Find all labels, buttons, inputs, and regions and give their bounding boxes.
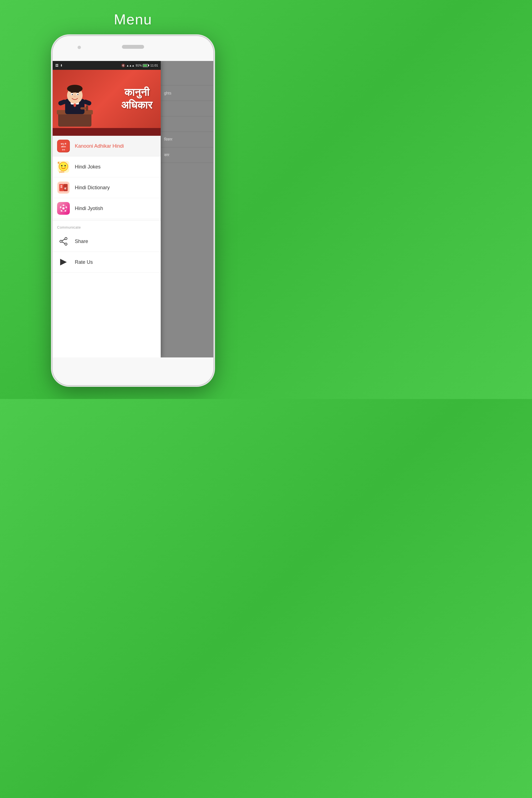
svg-text:अधिकार: अधिकार bbox=[61, 146, 66, 148]
status-right: 🔇 ▲▲▲ 91% 11:01 bbox=[121, 64, 158, 67]
rate-icon bbox=[57, 256, 70, 268]
action-item-rate[interactable]: Rate Us bbox=[53, 252, 161, 273]
page-title: Menu bbox=[114, 11, 152, 28]
phone-frame: ghts धिकार कार 🖼 ⬇ 🔇 ▲▲▲ bbox=[53, 36, 213, 385]
app-header: कानुनी अधिकार bbox=[53, 70, 161, 128]
rate-label: Rate Us bbox=[75, 259, 93, 265]
share-icon bbox=[57, 235, 70, 248]
mute-icon: 🔇 bbox=[121, 64, 125, 67]
svg-rect-34 bbox=[60, 186, 62, 187]
dict-app-icon: अ bbox=[57, 181, 70, 194]
kanooni-label: Kanooni Adhikar Hindi bbox=[75, 143, 124, 149]
main-content-bg: ghts धिकार कार bbox=[161, 61, 213, 358]
phone-speaker bbox=[122, 45, 144, 49]
menu-item-jyotish[interactable]: Hindi Jyotish bbox=[53, 198, 161, 219]
svg-text:हिन्दी: हिन्दी bbox=[62, 149, 65, 151]
svg-point-42 bbox=[65, 206, 67, 208]
svg-text:jokes: jokes bbox=[59, 171, 64, 173]
communicate-header: Communicate bbox=[53, 222, 161, 231]
menu-list: कानु नी अधिकार हिन्दी Kanooni Adhikar Hi… bbox=[53, 136, 161, 358]
battery-percent: 91% bbox=[135, 64, 141, 67]
svg-rect-35 bbox=[60, 187, 62, 188]
download-icon: ⬇ bbox=[60, 64, 63, 67]
svg-text:अ: अ bbox=[64, 187, 66, 190]
svg-rect-11 bbox=[71, 92, 73, 93]
svg-point-26 bbox=[64, 165, 66, 167]
svg-rect-12 bbox=[76, 92, 79, 93]
svg-rect-33 bbox=[60, 185, 62, 186]
header-dark-bar bbox=[53, 128, 161, 136]
bg-item-4 bbox=[161, 116, 213, 132]
svg-point-47 bbox=[65, 238, 67, 240]
jokes-label: Hindi Jokes bbox=[75, 164, 100, 170]
action-item-share[interactable]: Share bbox=[53, 231, 161, 252]
phone-screen: ghts धिकार कार 🖼 ⬇ 🔇 ▲▲▲ bbox=[53, 61, 213, 358]
svg-point-46 bbox=[62, 207, 64, 209]
phone-bottom-bezel bbox=[53, 358, 213, 385]
svg-point-6 bbox=[67, 85, 82, 93]
phone-camera bbox=[78, 46, 81, 49]
svg-text:हिं.: हिं. bbox=[57, 162, 60, 164]
clock: 11:01 bbox=[150, 64, 158, 67]
svg-point-25 bbox=[61, 165, 63, 167]
notification-icon: 🖼 bbox=[55, 64, 58, 67]
kanooni-app-icon: कानु नी अधिकार हिन्दी bbox=[57, 140, 70, 152]
app-mascot bbox=[55, 75, 94, 128]
svg-point-13 bbox=[74, 96, 76, 97]
battery-icon bbox=[143, 64, 149, 67]
drawer-panel: 🖼 ⬇ 🔇 ▲▲▲ 91% 11:01 bbox=[53, 61, 161, 358]
svg-point-45 bbox=[60, 206, 61, 208]
menu-item-kanooni[interactable]: कानु नी अधिकार हिन्दी Kanooni Adhikar Hi… bbox=[53, 136, 161, 156]
svg-text:कानु नी: कानु नी bbox=[60, 143, 66, 145]
bg-item-2: ghts bbox=[161, 86, 213, 101]
bg-item-1 bbox=[161, 70, 213, 86]
status-bar: 🖼 ⬇ 🔇 ▲▲▲ 91% 11:01 bbox=[53, 61, 161, 70]
dictionary-label: Hindi Dictionary bbox=[75, 185, 110, 191]
section-divider-communicate bbox=[53, 220, 161, 220]
menu-item-jokes[interactable]: jokes हिं. Hindi Jokes bbox=[53, 156, 161, 177]
svg-point-48 bbox=[60, 240, 62, 243]
svg-point-9 bbox=[72, 94, 73, 95]
svg-line-50 bbox=[62, 239, 65, 241]
svg-point-43 bbox=[64, 210, 66, 212]
svg-rect-17 bbox=[86, 105, 88, 111]
jyotish-label: Hindi Jyotish bbox=[75, 206, 103, 211]
signal-bars: ▲▲▲ bbox=[126, 64, 135, 67]
status-left: 🖼 ⬇ bbox=[55, 64, 63, 67]
jokes-app-icon: jokes हिं. bbox=[57, 160, 70, 173]
share-label: Share bbox=[75, 239, 88, 244]
app-title-line2: अधिकार bbox=[121, 99, 152, 112]
bg-item-3 bbox=[161, 101, 213, 116]
svg-line-51 bbox=[62, 242, 65, 244]
svg-point-41 bbox=[63, 205, 64, 206]
bg-item-5: धिकार bbox=[161, 132, 213, 147]
jyotish-app-icon bbox=[57, 202, 70, 215]
phone-top-bezel bbox=[53, 36, 213, 61]
svg-point-49 bbox=[65, 243, 67, 245]
svg-point-24 bbox=[59, 162, 68, 171]
menu-item-dictionary[interactable]: अ Hindi Dictionary bbox=[53, 177, 161, 198]
bg-item-6: कार bbox=[161, 147, 213, 163]
app-title-line1: कानुनी bbox=[125, 86, 149, 99]
svg-point-10 bbox=[77, 94, 78, 95]
svg-point-44 bbox=[61, 210, 62, 212]
svg-marker-52 bbox=[60, 259, 67, 265]
